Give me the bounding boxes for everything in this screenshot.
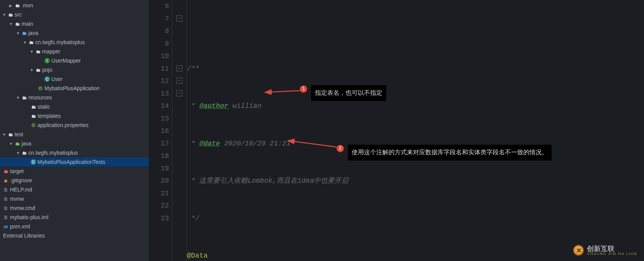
code-token: 2020/10/29 21:21 (220, 137, 290, 150)
tree-label: .mvn (21, 2, 33, 8)
chevron-down-icon: ▼ (9, 22, 14, 26)
tree-item-static[interactable]: 🖿static (0, 102, 149, 111)
tree-label: HELP.md (9, 187, 32, 193)
tree-item-pojo[interactable]: ▼🖿pojo (0, 65, 149, 74)
fold-toggle-icon[interactable]: − (176, 65, 182, 71)
git-icon: ◆ (2, 178, 9, 183)
tree-item-pkg-test[interactable]: ▼🖿cn.twgfs.mybatisplus (0, 148, 149, 157)
chevron-right-icon: ▶ (9, 3, 14, 8)
tree-item-extlib[interactable]: External Libraries (0, 231, 149, 240)
tree-item-main[interactable]: ▼🖿main (0, 19, 149, 28)
tree-item-mvnw[interactable]: 🗎mvnw (0, 194, 149, 203)
tree-item-pom[interactable]: mpom.xml (0, 222, 149, 231)
fold-toggle-icon[interactable]: − (176, 78, 182, 84)
folder-icon: 🖿 (7, 12, 14, 18)
line-number: 10 (149, 50, 169, 63)
file-icon: 🗎 (2, 187, 9, 193)
tree-item-gitignore[interactable]: ◆.gitignore (0, 176, 149, 185)
class-icon: C (30, 159, 37, 165)
tree-item-user[interactable]: CUser (0, 74, 149, 84)
tree-item-java-test[interactable]: ▼🖿java (0, 139, 149, 148)
annotation-badge-2: 2 (336, 145, 344, 152)
tree-item-src[interactable]: ▼🖿src (0, 10, 149, 19)
spring-props-icon: ❂ (30, 122, 37, 128)
code-token: * 这里要引入依赖Lombok,而且在idea中也要开启 (187, 175, 348, 187)
chevron-down-icon: ▼ (9, 142, 14, 146)
annotation-callout-1: 指定表名，也可以不指定 (311, 85, 386, 101)
chevron-down-icon: ▼ (16, 151, 21, 155)
line-number: 16 (149, 125, 169, 137)
tree-item-pkg-main[interactable]: ▼🖿cn.twgfs.mybatisplus (0, 38, 149, 47)
tree-item-mvnwcmd[interactable]: 🗎mvnw.cmd (0, 203, 149, 213)
line-number: 15 (149, 112, 169, 125)
code-area[interactable]: /** * @author willian * @date 2020/10/29… (187, 0, 644, 261)
project-tree[interactable]: ▶🖿.mvn ▼🖿src ▼🖿main ▼🖿java ▼🖿cn.twgfs.my… (0, 0, 149, 261)
line-number: 7 (149, 13, 169, 25)
folder-icon: 🖿 (14, 3, 21, 8)
tree-item-iml[interactable]: 🗎mybatis-plus.iml (0, 213, 149, 222)
line-number: 18 (149, 150, 169, 162)
tree-label: java (28, 30, 38, 36)
tree-item-test[interactable]: ▼🖿test (0, 130, 149, 139)
tree-item-templates[interactable]: 🖿templates (0, 111, 149, 121)
tree-label: java (21, 140, 31, 147)
tree-item-resources[interactable]: ▼🖿resources (0, 93, 149, 102)
tree-label: cn.twgfs.mybatisplus (34, 39, 85, 45)
code-token: @author (199, 100, 228, 112)
chevron-down-icon: ▼ (2, 13, 7, 17)
svg-line-1 (293, 141, 339, 147)
line-number: 14 (149, 100, 169, 112)
code-token: willian (228, 100, 261, 112)
tree-label: test (14, 131, 23, 137)
tree-label: mybatis-plus.iml (9, 214, 48, 220)
tree-label: .gitignore (9, 177, 32, 183)
chevron-down-icon: ▼ (23, 40, 28, 45)
fold-toggle-icon[interactable]: − (176, 90, 182, 96)
tree-label: pom.xml (9, 223, 30, 230)
annotation-callout-2: 使用这个注解的方式来对应数据库字段名和实体类字段名不一致的情况。 (348, 145, 552, 160)
tree-item-mvn[interactable]: ▶🖿.mvn (0, 1, 149, 10)
tree-item-tests[interactable]: CMybatisPlusApplicationTests (0, 157, 149, 167)
tree-item-java-main[interactable]: ▼🖿java (0, 28, 149, 38)
tree-item-helpmd[interactable]: 🗎HELP.md (0, 185, 149, 194)
tree-label: User (51, 76, 63, 82)
chevron-down-icon: ▼ (30, 68, 34, 72)
tree-item-appprops[interactable]: ❂application.properties (0, 121, 149, 130)
package-icon: 🖿 (34, 67, 41, 73)
tree-item-target[interactable]: 🖿target (0, 167, 149, 176)
logo-title: 创新互联 (587, 245, 637, 252)
fold-toggle-icon[interactable]: − (176, 15, 182, 21)
tree-item-app[interactable]: ❂MybatisPlusApplication (0, 84, 149, 93)
package-icon: 🖿 (34, 49, 41, 55)
chevron-down-icon: ▼ (16, 96, 21, 100)
code-token: * (187, 100, 199, 112)
line-number: 21 (149, 187, 169, 200)
code-token: @Data (187, 249, 208, 261)
tree-label: UserMapper (51, 58, 81, 64)
line-number: 12 (149, 75, 169, 88)
class-icon: C (44, 76, 51, 82)
folder-test-icon: 🖿 (14, 141, 21, 147)
line-number: 6 (149, 0, 169, 13)
code-editor[interactable]: 6 7 8 9 10 11 12 13 14 15 16 17 18 19 20… (149, 0, 644, 261)
folder-icon: 🖿 (7, 132, 14, 137)
folder-icon: 🖿 (30, 104, 37, 110)
chevron-down-icon: ▼ (2, 132, 7, 137)
interface-icon: I (44, 58, 51, 63)
line-number: 8 (149, 25, 169, 38)
badge-number: 1 (302, 83, 305, 96)
tree-item-usermapper[interactable]: IUserMapper (0, 56, 149, 65)
tree-label: static (37, 104, 50, 110)
line-number: 19 (149, 162, 169, 175)
code-token: /** (187, 63, 199, 75)
tree-label: src (14, 12, 22, 18)
fold-column: − − − − (172, 0, 187, 261)
file-icon: 🗎 (2, 205, 9, 211)
package-icon: 🖿 (21, 150, 28, 156)
tree-item-mapper[interactable]: ▼🖿mapper (0, 47, 149, 56)
annotation-arrow-2 (291, 139, 341, 155)
code-token: @date (199, 137, 220, 150)
tree-label: cn.twgfs.mybatisplus (28, 150, 78, 156)
callout-text: 使用这个注解的方式来对应数据库字段名和实体类字段名不一致的情况。 (352, 149, 548, 155)
tree-label: target (9, 168, 24, 174)
